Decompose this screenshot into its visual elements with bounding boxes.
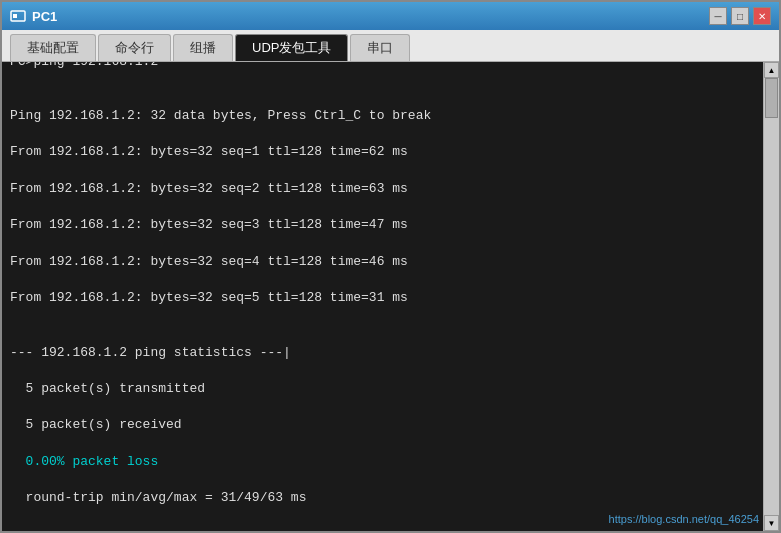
maximize-button[interactable]: □ bbox=[731, 7, 749, 25]
title-bar-left: PC1 bbox=[10, 8, 57, 24]
title-controls: ─ □ ✕ bbox=[709, 7, 771, 25]
minimize-button[interactable]: ─ bbox=[709, 7, 727, 25]
watermark: https://blog.csdn.net/qq_46254 bbox=[609, 513, 759, 525]
scrollbar-thumb[interactable] bbox=[765, 78, 778, 118]
close-button[interactable]: ✕ bbox=[753, 7, 771, 25]
terminal-line: From 192.168.1.2: bytes=32 seq=5 ttl=128… bbox=[10, 289, 755, 307]
svg-rect-1 bbox=[13, 14, 17, 18]
terminal-line: 5 packet(s) transmitted bbox=[10, 380, 755, 398]
window-icon bbox=[10, 8, 26, 24]
terminal-line: Ping 192.168.1.2: 32 data bytes, Press C… bbox=[10, 107, 755, 125]
content-area: Ping 192.168.1.2: 32 data bytes, Press C… bbox=[2, 62, 779, 531]
terminal-line: 0.00% packet loss bbox=[10, 453, 755, 471]
main-window: PC1 ─ □ ✕ 基础配置 命令行 组播 UDP发包工具 串口 Ping 19… bbox=[0, 0, 781, 533]
title-bar: PC1 ─ □ ✕ bbox=[2, 2, 779, 30]
terminal-line: From 192.168.1.2: bytes=32 seq=3 ttl=128… bbox=[10, 216, 755, 234]
terminal-line: 5 packet(s) received bbox=[10, 416, 755, 434]
scroll-down-button[interactable]: ▼ bbox=[764, 515, 779, 531]
terminal-line: --- 192.168.1.2 ping statistics ---| bbox=[10, 344, 755, 362]
tab-command-line[interactable]: 命令行 bbox=[98, 34, 171, 61]
tab-udp-tool[interactable]: UDP发包工具 bbox=[235, 34, 348, 61]
tab-basic-config[interactable]: 基础配置 bbox=[10, 34, 96, 61]
tab-multicast[interactable]: 组播 bbox=[173, 34, 233, 61]
scrollbar-track bbox=[764, 78, 779, 515]
scrollbar[interactable]: ▲ ▼ bbox=[763, 62, 779, 531]
terminal-line: PC>ping 192.168.1.2 bbox=[10, 62, 755, 71]
window-title: PC1 bbox=[32, 9, 57, 24]
tab-serial[interactable]: 串口 bbox=[350, 34, 410, 61]
terminal-line: From 192.168.1.2: bytes=32 seq=1 ttl=128… bbox=[10, 143, 755, 161]
scroll-up-button[interactable]: ▲ bbox=[764, 62, 779, 78]
terminal-line: From 192.168.1.2: bytes=32 seq=2 ttl=128… bbox=[10, 180, 755, 198]
tab-bar: 基础配置 命令行 组播 UDP发包工具 串口 bbox=[2, 30, 779, 62]
terminal-line: From 192.168.1.2: bytes=32 seq=4 ttl=128… bbox=[10, 253, 755, 271]
terminal-line: round-trip min/avg/max = 31/49/63 ms bbox=[10, 489, 755, 507]
terminal[interactable]: Ping 192.168.1.2: 32 data bytes, Press C… bbox=[2, 62, 763, 531]
